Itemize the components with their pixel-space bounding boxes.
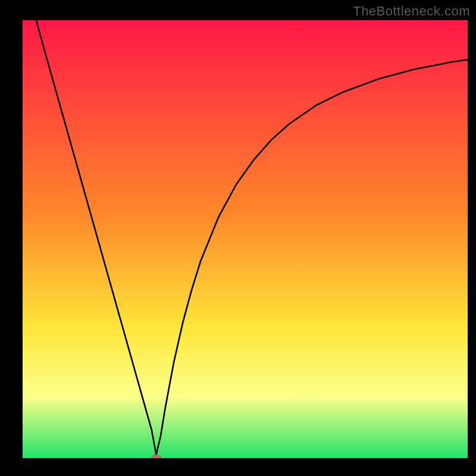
chart-border — [468, 0, 476, 476]
gradient-background — [23, 20, 468, 458]
chart-border — [0, 0, 23, 476]
chart-border — [0, 458, 476, 476]
bottleneck-chart — [0, 0, 476, 476]
watermark-text: TheBottleneck.com — [353, 4, 470, 19]
chart-frame: TheBottleneck.com — [0, 0, 476, 476]
